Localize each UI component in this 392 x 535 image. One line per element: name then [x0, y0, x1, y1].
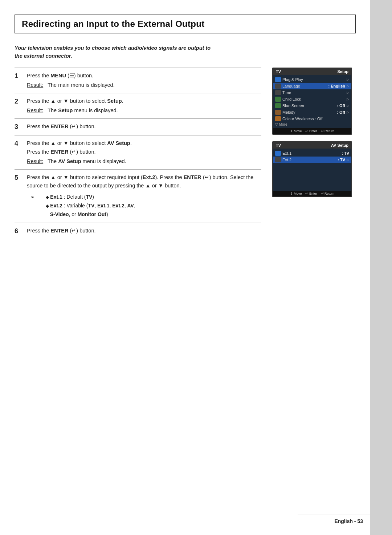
- tv-title-2: AV Setup: [331, 143, 348, 147]
- tv-screen-av-setup-header: TV AV Setup: [273, 142, 351, 149]
- tv-row-melody: Melody : Off ▷: [273, 109, 351, 115]
- tv-label-melody: Melody: [282, 110, 335, 114]
- step-instruction-5: Press the ▲ or ▼ button to select requir…: [27, 173, 261, 190]
- step-row-3: 3 Press the ENTER (↵) button.: [15, 118, 261, 135]
- step-number-6: 6: [15, 227, 23, 236]
- step-instruction-4b: Press the ENTER (↵) button.: [27, 148, 261, 156]
- right-sidebar: [370, 0, 392, 535]
- step-content-3: Press the ENTER (↵) button.: [27, 122, 261, 131]
- step-instruction-4a: Press the ▲ or ▼ button to select AV Set…: [27, 139, 261, 147]
- tv-icon-time: [275, 90, 281, 95]
- tv-row-blank2: [273, 170, 351, 176]
- tv-value-melody: : Off: [337, 110, 345, 114]
- tv-icon-plug-play: [275, 77, 281, 82]
- step-number-3: 3: [15, 122, 23, 131]
- page-title: Redirecting an Input to the External Out…: [22, 19, 348, 29]
- step-instruction-3: Press the ENTER (↵) button.: [27, 122, 261, 131]
- tv-footer-move-2: ⇕ Move: [290, 192, 302, 195]
- bullet-item-2: Ext.2 : Variable (TV, Ext.1, Ext.2, AV, …: [46, 202, 135, 219]
- tv-row-time: Time ▷: [273, 89, 351, 96]
- tv-arrow-melody: ▷: [347, 110, 349, 114]
- step-result-1: Result: The main menu is displayed.: [27, 81, 261, 89]
- tv-value-ext1: : TV: [342, 151, 349, 155]
- tv-footer-enter-2: ↵ Enter: [305, 192, 317, 195]
- tv-footer-return-1: ⏎ Return: [321, 129, 335, 133]
- tv-icon-colour-weakness: [275, 116, 281, 121]
- tv-icon-language: [275, 84, 281, 89]
- step-number-2: 2: [15, 97, 23, 106]
- tv-row-blank1: [273, 163, 351, 170]
- tv-label-language: Language: [282, 84, 327, 88]
- tv-value-language: : English: [328, 84, 345, 88]
- step-instruction-6: Press the ENTER (↵) button.: [27, 227, 261, 235]
- tv-row-ext2: Ext.2 : TV ▷: [273, 157, 351, 163]
- tv-label-blue-screen: Blue Screen: [282, 104, 335, 108]
- tv-arrow-plug-play: ▷: [347, 78, 349, 81]
- step-content-2: Press the ▲ or ▼ button to select Setup.…: [27, 97, 261, 115]
- tv-arrow-ext2: ▷: [347, 158, 349, 162]
- tv-footer-move-1: ⇕ Move: [290, 129, 302, 133]
- tv-value-ext2: : TV: [338, 158, 345, 162]
- step-number-4: 4: [15, 139, 23, 148]
- result-text-4: The AV Setup menu is displayed.: [48, 157, 126, 166]
- tv-value-blue-screen: : Off: [337, 104, 345, 108]
- tv-row-blank3: [273, 176, 351, 183]
- tv-footer-return-2: ⏎ Return: [321, 192, 335, 195]
- step-instruction-2: Press the ▲ or ▼ button to select Setup.: [27, 97, 261, 105]
- step-content-4: Press the ▲ or ▼ button to select AV Set…: [27, 139, 261, 166]
- tv-label-plug-play: Plug & Play: [282, 77, 345, 82]
- tv-label-colour-weakness: Colour Weakness : Off: [282, 117, 349, 121]
- step-result-4: Result: The AV Setup menu is displayed.: [27, 157, 261, 166]
- step-instruction-1: Press the MENU (☰) button.: [27, 72, 261, 80]
- result-text-1: The main menu is displayed.: [48, 81, 115, 89]
- result-text-2: The Setup menu is displayed.: [48, 106, 118, 115]
- tv-row-blank4: [273, 183, 351, 189]
- instructions-col: 1 Press the MENU (☰) button. Result: The…: [15, 68, 261, 239]
- tv-arrow-blue-screen: ▷: [347, 104, 349, 108]
- tv-label-ext1: Ext.1: [282, 151, 340, 155]
- tv-arrow-time: ▷: [347, 91, 349, 94]
- intro-paragraph: Your television enables you to choose wh…: [15, 44, 218, 60]
- result-label-4: Result:: [27, 157, 43, 166]
- tv-screen-setup-body: Plug & Play ▷ Language : English ▷ Time: [273, 75, 351, 128]
- step-row-6: 6 Press the ENTER (↵) button.: [15, 223, 261, 239]
- tv-footer-1: ⇕ Move ↵ Enter ⏎ Return: [273, 128, 351, 134]
- tv-label-2: TV: [276, 143, 281, 147]
- tv-label-ext2: Ext.2: [282, 158, 336, 162]
- tv-screen-setup-header: TV Setup: [273, 68, 351, 75]
- tv-icon-ext1: [275, 151, 281, 156]
- footer-rule: [298, 515, 370, 515]
- step-result-2: Result: The Setup menu is displayed.: [27, 106, 261, 115]
- page-footer: English - 53: [334, 518, 363, 524]
- tv-screen-setup: TV Setup Plug & Play ▷ Language : Englis…: [272, 68, 352, 135]
- note-arrow: ➢: [30, 193, 35, 201]
- tv-row-plug-play: Plug & Play ▷: [273, 76, 351, 83]
- step-number-5: 5: [15, 173, 23, 182]
- tv-row-blue-screen: Blue Screen : Off ▷: [273, 102, 351, 109]
- tv-arrow-language: ▷: [347, 84, 349, 88]
- step-row-2: 2 Press the ▲ or ▼ button to select Setu…: [15, 93, 261, 118]
- tv-icon-child-lock: [275, 97, 281, 102]
- bullet-item-1: Ext.1 : Default (TV): [46, 193, 135, 202]
- tv-label-1: TV: [276, 69, 281, 74]
- tv-title-1: Setup: [337, 69, 348, 74]
- step-content-5: Press the ▲ or ▼ button to select requir…: [27, 173, 261, 219]
- tv-screen-av-setup-body: Ext.1 : TV Ext.2 : TV ▷: [273, 149, 351, 191]
- tv-row-colour-weakness: Colour Weakness : Off: [273, 115, 351, 122]
- step-row-1: 1 Press the MENU (☰) button. Result: The…: [15, 68, 261, 93]
- content-area: Redirecting an Input to the External Out…: [15, 0, 356, 239]
- main-layout: 1 Press the MENU (☰) button. Result: The…: [15, 68, 356, 239]
- tv-icon-melody: [275, 110, 281, 115]
- tv-arrow-child-lock: ▷: [347, 97, 349, 101]
- tv-label-time: Time: [282, 90, 345, 95]
- step-row-4: 4 Press the ▲ or ▼ button to select AV S…: [15, 135, 261, 169]
- step-content-6: Press the ENTER (↵) button.: [27, 227, 261, 235]
- tv-row-language: Language : English ▷: [273, 83, 351, 89]
- tv-footer-enter-1: ↵ Enter: [305, 129, 317, 133]
- step-number-1: 1: [15, 72, 23, 81]
- page-container: Redirecting an Input to the External Out…: [0, 0, 392, 535]
- footer-text: English - 53: [334, 518, 363, 524]
- title-box: Redirecting an Input to the External Out…: [15, 15, 356, 33]
- result-label-2: Result:: [27, 106, 43, 115]
- bullet-list: Ext.1 : Default (TV) Ext.2 : Variable (T…: [46, 193, 135, 219]
